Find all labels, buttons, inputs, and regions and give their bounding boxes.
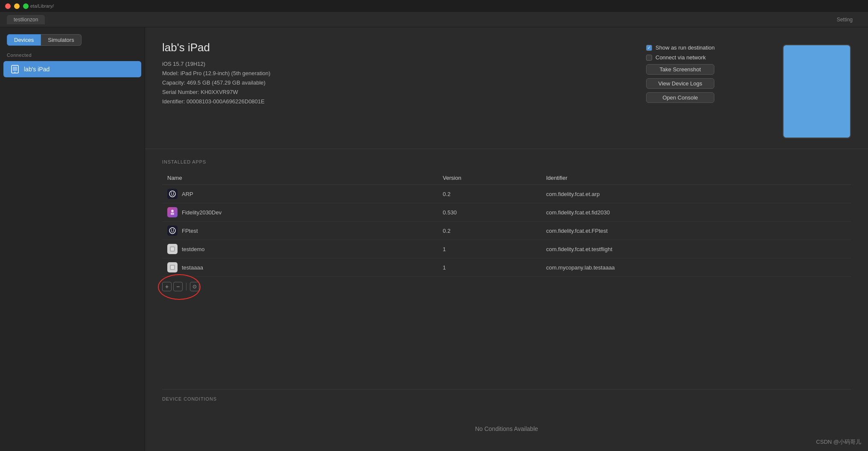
app-version: 0.530 <box>438 203 541 222</box>
table-row[interactable]: testdemo 1 com.fidelity.fcat.et.testflig… <box>162 240 851 258</box>
maximize-button[interactable] <box>23 3 29 9</box>
minimize-button[interactable] <box>14 3 20 9</box>
traffic-lights <box>5 3 29 9</box>
col-header-name: Name <box>162 171 438 185</box>
app-name: testaaaa <box>182 264 203 271</box>
table-actions: + − ⊙ <box>162 282 851 291</box>
connect-via-network-row: Connect via network <box>646 54 766 61</box>
sidebar-item-ipad[interactable]: lab's iPad <box>3 61 141 77</box>
take-screenshot-button[interactable]: Take Screenshot <box>646 64 714 75</box>
sidebar-item-label: lab's iPad <box>24 66 50 73</box>
remove-app-button[interactable]: − <box>173 282 183 291</box>
add-app-button[interactable]: + <box>162 282 172 291</box>
simulators-button[interactable]: Simulators <box>41 34 81 46</box>
show-run-destination-checkbox[interactable]: ✓ <box>646 45 652 51</box>
app-name-cell: U ARP <box>162 185 438 203</box>
svg-rect-10 <box>171 247 174 251</box>
devices-button[interactable]: Devices <box>7 34 41 46</box>
app-identifier: com.fidelity.fcat.et.arp <box>541 185 851 203</box>
app-name: testdemo <box>182 246 204 252</box>
table-row[interactable]: U FPtest 0.2 com.fidelity.fcat.et.FPtest <box>162 222 851 240</box>
app-name-cell: testdemo <box>162 240 438 258</box>
svg-text:U: U <box>171 228 174 233</box>
sidebar-toggle: Devices Simulators <box>7 34 138 46</box>
checkmark-icon: ✓ <box>647 45 651 50</box>
svg-rect-6 <box>171 213 174 215</box>
svg-point-5 <box>171 210 174 212</box>
col-header-version: Version <box>438 171 541 185</box>
device-identifier: Identifier: 00008103-000A696226D0801E <box>162 97 629 106</box>
installed-apps-section: INSTALLED APPS Name Version Identifier U… <box>145 149 868 389</box>
tab-bar: testlionzon Setting <box>0 12 868 27</box>
app-icon: U <box>167 226 178 236</box>
app-identifier: com.mycopany.lab.testaaaa <box>541 258 851 277</box>
view-device-logs-row: View Device Logs <box>646 78 766 89</box>
title-bar: eta/Library/ <box>0 0 868 12</box>
app-name-cell: Fidelity2030Dev <box>162 203 438 222</box>
svg-point-1 <box>15 72 15 73</box>
table-row[interactable]: Fidelity2030Dev 0.530 com.fidelity.fcat.… <box>162 203 851 222</box>
device-meta: iOS 15.7 (19H12) Model: iPad Pro (12.9-i… <box>162 59 629 106</box>
table-row[interactable]: testaaaa 1 com.mycopany.lab.testaaaa <box>162 258 851 277</box>
action-separator <box>186 283 186 290</box>
app-version: 0.2 <box>438 185 541 203</box>
device-os: iOS 15.7 (19H12) <box>162 59 629 69</box>
take-screenshot-row: Take Screenshot <box>646 64 766 75</box>
app-identifier: com.fidelity.fcat.et.fid2030 <box>541 203 851 222</box>
app-name: Fidelity2030Dev <box>182 209 221 216</box>
app-icon <box>167 207 178 217</box>
app-version: 1 <box>438 240 541 258</box>
watermark: CSDN @小码哥儿 <box>816 438 861 446</box>
sidebar: Devices Simulators Connected lab's iPad <box>0 27 145 451</box>
main-area: Devices Simulators Connected lab's iPad … <box>0 27 868 451</box>
app-name-cell: U FPtest <box>162 222 438 240</box>
connected-label: Connected <box>0 53 145 61</box>
device-info: lab's iPad iOS 15.7 (19H12) Model: iPad … <box>162 41 629 138</box>
connect-via-network-label: Connect via network <box>655 54 706 61</box>
app-name: ARP <box>182 191 193 197</box>
app-icon <box>167 262 178 272</box>
no-conditions-label: No Conditions Available <box>162 408 851 441</box>
device-conditions-section: DEVICE CONDITIONS No Conditions Availabl… <box>145 389 868 451</box>
device-name: lab's iPad <box>162 41 629 54</box>
path-label: eta/Library/ <box>30 3 54 9</box>
app-name-cell: testaaaa <box>162 258 438 277</box>
app-identifier: com.fidelity.fcat.et.testflight <box>541 240 851 258</box>
content-area: lab's iPad iOS 15.7 (19H12) Model: iPad … <box>145 27 868 451</box>
open-console-button[interactable]: Open Console <box>646 92 714 103</box>
installed-apps-title: INSTALLED APPS <box>162 159 851 164</box>
show-run-destination-row: ✓ Show as run destination <box>646 44 766 51</box>
svg-rect-2 <box>13 67 17 71</box>
close-button[interactable] <box>5 3 11 9</box>
app-name: FPtest <box>182 228 198 234</box>
app-icon: U <box>167 189 178 199</box>
device-model: Model: iPad Pro (12.9-inch) (5th generat… <box>162 69 629 78</box>
app-identifier: com.fidelity.fcat.et.FPtest <box>541 222 851 240</box>
ipad-icon <box>10 64 20 74</box>
svg-text:U: U <box>171 192 174 196</box>
device-serial: Serial Number: KH0XXVR97W <box>162 88 629 97</box>
app-version: 0.2 <box>438 222 541 240</box>
conditions-title: DEVICE CONDITIONS <box>162 389 851 401</box>
device-header: lab's iPad iOS 15.7 (19H12) Model: iPad … <box>145 27 868 149</box>
col-header-identifier: Identifier <box>541 171 851 185</box>
app-icon <box>167 244 178 254</box>
device-screenshot <box>783 44 851 138</box>
connect-via-network-checkbox[interactable] <box>646 55 652 61</box>
app-version: 1 <box>438 258 541 277</box>
view-device-logs-button[interactable]: View Device Logs <box>646 78 714 89</box>
show-run-destination-label: Show as run destination <box>655 44 715 51</box>
tab-setting: Setting <box>837 17 853 23</box>
device-capacity: Capacity: 469.5 GB (457.29 GB available) <box>162 78 629 88</box>
open-console-row: Open Console <box>646 92 766 103</box>
tab-testlionzon[interactable]: testlionzon <box>7 15 45 24</box>
svg-rect-12 <box>171 266 174 269</box>
table-row[interactable]: U ARP 0.2 com.fidelity.fcat.et.arp <box>162 185 851 203</box>
device-actions: ✓ Show as run destination Connect via ne… <box>646 41 766 138</box>
more-options-button[interactable]: ⊙ <box>190 282 199 291</box>
apps-table: Name Version Identifier U ARP 0.2 com.fi… <box>162 171 851 277</box>
